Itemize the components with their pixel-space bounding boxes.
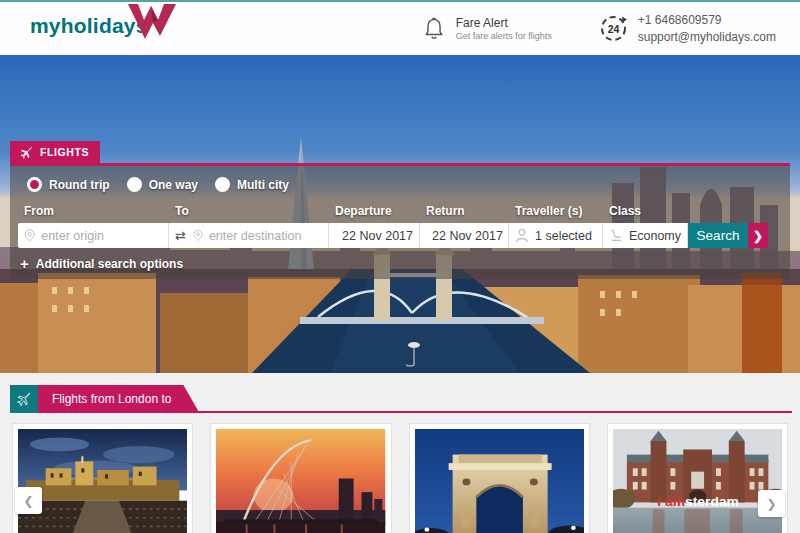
class-label: Class xyxy=(603,204,688,218)
to-field[interactable]: ⇄ xyxy=(169,223,329,248)
logo-swoosh-icon xyxy=(126,3,178,41)
header: myholidays Fare Alert Get fare alerts fo… xyxy=(0,2,800,55)
radio-multi-city[interactable]: Multi city xyxy=(215,177,289,192)
location-pin-icon xyxy=(24,228,35,243)
carousel-prev-button[interactable]: ❮ xyxy=(15,487,42,514)
destinations-banner: Flights from London to xyxy=(10,385,199,413)
search-panel: Round trip One way Multi city From To De… xyxy=(10,163,790,279)
carousel-next-button[interactable]: ❯ xyxy=(758,490,785,517)
departure-label: Departure xyxy=(329,204,420,218)
bell-icon xyxy=(421,15,447,42)
destinations-banner-row: Flights from London to xyxy=(10,385,790,413)
traveller-icon xyxy=(515,228,529,243)
search-chevron-button[interactable]: ❯ xyxy=(748,223,768,248)
additional-search-options[interactable]: + Additional search options xyxy=(20,256,782,271)
radio-round-trip[interactable]: Round trip xyxy=(27,177,110,192)
destination-photo-edinburgh-castle xyxy=(18,429,187,533)
hours-24-icon: 24 xyxy=(598,13,629,44)
plane-icon xyxy=(20,146,33,159)
plane-badge xyxy=(10,385,38,413)
tab-flights-label: FLIGHTS xyxy=(40,146,89,158)
destination-photo-dublin-bridge xyxy=(216,429,385,533)
flight-search-widget: FLIGHTS Round trip One way Multi city Fr… xyxy=(10,141,790,279)
destination-card-bucharest[interactable] xyxy=(409,423,590,533)
swap-origin-destination-icon[interactable]: ⇄ xyxy=(175,228,186,243)
departure-field[interactable]: 22 Nov 2017 xyxy=(329,223,420,248)
return-date-value: 22 Nov 2017 xyxy=(432,229,503,243)
destinations-section: Flights from London to xyxy=(0,373,800,533)
radio-multi-city-circle[interactable] xyxy=(215,177,230,192)
header-right: Fare Alert Get fare alerts for flights 2… xyxy=(421,12,784,44)
destination-card-dublin[interactable] xyxy=(210,423,391,533)
destination-card-edinburgh[interactable] xyxy=(12,423,193,533)
class-field[interactable]: Economy xyxy=(603,223,688,248)
destination-photo-rijksmuseum: I amsterdam xyxy=(613,429,782,533)
from-label: From xyxy=(18,204,169,218)
contact-phone[interactable]: +1 6468609579 xyxy=(638,12,776,28)
seat-icon xyxy=(609,228,623,243)
plane-icon xyxy=(17,392,31,406)
to-label: To xyxy=(169,204,329,218)
contact-info[interactable]: 24 +1 6468609579 support@myholidays.com xyxy=(598,12,776,44)
origin-input[interactable] xyxy=(41,229,162,243)
radio-one-way[interactable]: One way xyxy=(127,177,198,192)
fare-alert-title: Fare Alert xyxy=(456,16,552,30)
i-amsterdam-sign: I amsterdam xyxy=(657,495,739,509)
hero-section: FLIGHTS Round trip One way Multi city Fr… xyxy=(0,55,800,373)
radio-round-trip-circle[interactable] xyxy=(27,177,42,192)
fare-alert[interactable]: Fare Alert Get fare alerts for flights xyxy=(421,15,552,42)
tab-flights[interactable]: FLIGHTS xyxy=(10,141,100,163)
location-pin-icon xyxy=(193,228,203,243)
destination-photo-arch-of-triumph xyxy=(415,429,584,533)
return-label: Return xyxy=(420,204,509,218)
destination-input[interactable] xyxy=(209,229,322,243)
departure-date-value: 22 Nov 2017 xyxy=(342,229,413,243)
destination-cards: I amsterdam xyxy=(12,423,788,533)
trip-type-row: Round trip One way Multi city xyxy=(27,177,782,192)
travellers-value: 1 selected xyxy=(535,229,592,243)
contact-email[interactable]: support@myholidays.com xyxy=(638,29,776,45)
field-labels-row: From To Departure Return Traveller (s) C… xyxy=(18,204,782,218)
travellers-field[interactable]: 1 selected xyxy=(509,223,603,248)
search-input-bar: ⇄ xyxy=(18,223,782,248)
calendar-icon xyxy=(335,228,336,243)
plus-icon: + xyxy=(20,256,29,271)
logo[interactable]: myholidays xyxy=(30,15,148,42)
class-value: Economy xyxy=(629,229,681,243)
from-field[interactable] xyxy=(18,223,169,248)
search-button[interactable]: Search xyxy=(688,223,748,248)
svg-text:24: 24 xyxy=(607,23,619,35)
radio-one-way-circle[interactable] xyxy=(127,177,142,192)
fare-alert-subtitle: Get fare alerts for flights xyxy=(456,31,552,41)
destinations-heading: Flights from London to xyxy=(38,385,199,413)
travellers-label: Traveller (s) xyxy=(509,204,603,218)
return-field[interactable]: 22 Nov 2017 xyxy=(420,223,509,248)
